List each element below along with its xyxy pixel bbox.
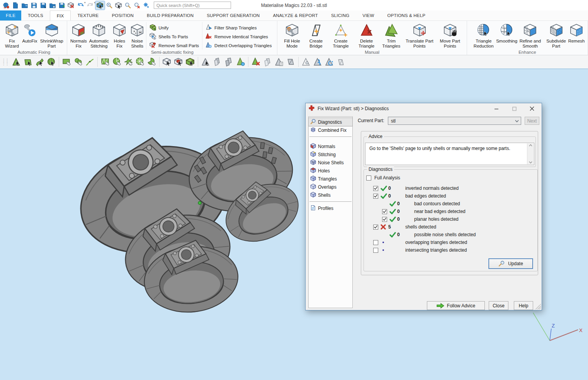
rect-selection-icon[interactable]	[61, 57, 72, 67]
select-shell-icon[interactable]	[46, 57, 56, 67]
dialog-titlebar[interactable]: Fix Wizard (Part: stl) > Diagnostics	[306, 103, 542, 114]
select-unit-part-icon[interactable]	[185, 57, 195, 67]
save-project-as-icon[interactable]	[39, 1, 48, 10]
mark-plane-icon[interactable]	[212, 57, 223, 67]
diagnostic-checkbox[interactable]	[382, 217, 387, 222]
move-part-points-button[interactable]: Move Part Points	[436, 22, 464, 49]
help-button[interactable]: Help	[514, 301, 533, 310]
invert-marked-icon[interactable]	[262, 57, 273, 67]
tab-support-generation[interactable]: SUPPORT GENERATION	[200, 10, 266, 20]
fit-view-icon[interactable]	[95, 1, 105, 10]
shrinkwrap-part-button[interactable]: ShrinkWrap Part	[39, 22, 65, 49]
tab-build-preparation[interactable]: BUILD PREPARATION	[140, 10, 200, 20]
redo-icon[interactable]	[86, 1, 95, 10]
trim-triangles-button[interactable]: Trim Triangles	[379, 22, 403, 49]
marked-info-icon[interactable]	[274, 57, 284, 67]
diagnostic-checkbox[interactable]	[382, 209, 387, 214]
sidebar-item-combined-fix[interactable]: Combined Fix	[309, 126, 352, 134]
subdivide-part-button[interactable]: Subdivide Part	[545, 22, 568, 49]
window-leaf-icon[interactable]	[146, 57, 157, 67]
toolbar-grip[interactable]: ⋮⋮⋮⋮	[2, 59, 8, 65]
select-surface-icon[interactable]	[34, 57, 45, 67]
close-button[interactable]: Close	[489, 301, 508, 310]
tab-texture[interactable]: TEXTURE	[71, 10, 105, 20]
open-project-icon[interactable]	[20, 1, 29, 10]
delete-triangle-button[interactable]: Delete Triangle	[354, 22, 379, 49]
tab-analyze-report[interactable]: ANALYZE & REPORT	[266, 10, 325, 20]
diagnostic-checkbox[interactable]	[373, 194, 378, 199]
diagnostic-checkbox[interactable]	[373, 248, 378, 253]
remesh-button[interactable]: Remesh	[568, 22, 585, 44]
unload-part-icon[interactable]	[66, 1, 76, 10]
sidebar-item-triangles[interactable]: Triangles	[309, 175, 352, 183]
minimize-icon[interactable]	[488, 103, 505, 114]
tab-position[interactable]: POSITION	[105, 10, 140, 20]
sidebar-item-stitching[interactable]: Stitching	[309, 150, 352, 158]
window-triangles-icon[interactable]	[100, 57, 110, 67]
sidebar-item-overlaps[interactable]: Overlaps	[309, 183, 352, 191]
sidebar-item-noise-shells[interactable]: Noise Shells	[309, 158, 352, 167]
create-bridge-button[interactable]: Create Bridge	[304, 22, 328, 49]
refine-and-smooth-button[interactable]: Refine and Smooth	[516, 22, 545, 49]
flip-plane-icon[interactable]	[336, 57, 346, 67]
load-folder-icon[interactable]	[48, 1, 57, 10]
close-icon[interactable]	[523, 103, 541, 114]
triangle-reduction-button[interactable]: Triangle Reduction	[469, 22, 498, 49]
save-part-icon[interactable]	[57, 1, 66, 10]
diagnostic-checkbox[interactable]	[373, 225, 378, 230]
fill-hole-mode-button[interactable]: Fill Hole Mode	[280, 22, 304, 49]
tab-tools[interactable]: TOOLS	[21, 10, 50, 20]
diagnostic-checkbox[interactable]	[373, 240, 378, 245]
noise-shells-button[interactable]: Noise Shells	[128, 22, 146, 49]
diagnostic-checkbox[interactable]	[373, 186, 378, 191]
select-inner-part-icon[interactable]	[173, 57, 184, 67]
zoom-in-icon[interactable]	[123, 1, 133, 10]
next-button[interactable]: Next	[525, 117, 539, 125]
select-view-icon[interactable]	[114, 1, 123, 10]
fix-wizard-button[interactable]: Fix Wizard	[3, 22, 21, 49]
save-project-icon[interactable]	[29, 1, 39, 10]
import-part-icon[interactable]	[2, 1, 11, 10]
window-burst-icon[interactable]	[123, 57, 134, 67]
tab-view[interactable]: VIEW	[356, 10, 381, 20]
select-part-icon[interactable]	[162, 57, 172, 67]
remove-identical-triangles-button[interactable]: Remove Identical Triangles	[206, 32, 268, 41]
tab-file[interactable]: FILE	[0, 10, 21, 20]
mark-smooth-icon[interactable]	[235, 57, 246, 67]
tab-slicing[interactable]: SLICING	[325, 10, 356, 20]
zoom-part-icon[interactable]	[105, 1, 114, 10]
full-analysis-checkbox[interactable]: Full Analysis	[366, 175, 400, 181]
mark-triangle-icon[interactable]	[201, 57, 211, 67]
sidebar-item-holes[interactable]: Holes	[309, 167, 352, 175]
maximize-icon[interactable]	[505, 103, 523, 114]
sidebar-item-profiles[interactable]: Profiles	[309, 204, 352, 212]
normals-fix-button[interactable]: Normals Fix	[70, 22, 87, 49]
window-wheel-icon[interactable]	[135, 57, 145, 67]
mark-surface-icon[interactable]	[224, 57, 234, 67]
smoothing-button[interactable]: Smoothing	[498, 22, 516, 44]
undo-icon[interactable]	[76, 1, 85, 10]
remove-small-parts-button[interactable]: Remove Small Parts	[150, 41, 199, 49]
select-triangles-icon[interactable]	[11, 57, 22, 67]
advice-scrollbar[interactable]	[527, 143, 534, 164]
select-planes-icon[interactable]	[23, 57, 33, 67]
smooth-marked-icon[interactable]	[313, 57, 323, 67]
update-button[interactable]: Update	[489, 259, 533, 269]
sidebar-item-diagnostics[interactable]: Diagnostics	[309, 118, 352, 126]
tab-fix[interactable]: FIX	[50, 10, 71, 20]
sidebar-item-shells[interactable]: Shells	[309, 191, 352, 199]
resize-grip[interactable]	[535, 304, 541, 309]
tab-options-help[interactable]: OPTIONS & HELP	[381, 10, 432, 20]
holes-fix-button[interactable]: Holes Fix	[110, 22, 128, 49]
autofix-button[interactable]: AutoFix	[21, 22, 39, 44]
orbit-marked-icon[interactable]	[324, 57, 335, 67]
unzoom-icon[interactable]	[133, 1, 142, 10]
unify-button[interactable]: Unify	[150, 24, 168, 32]
automatic-stitching-button[interactable]: Automatic Stitching	[87, 22, 110, 49]
detect-overlapping-triangles-button[interactable]: Detect Overlapping Triangles	[206, 41, 272, 49]
polyline-selection-icon[interactable]	[85, 57, 95, 67]
flip-marked-icon[interactable]	[286, 57, 296, 67]
create-triangle-button[interactable]: Create Triangle	[328, 22, 354, 49]
triangle-detail-icon[interactable]	[301, 57, 311, 67]
brush-selection-icon[interactable]	[73, 57, 83, 67]
